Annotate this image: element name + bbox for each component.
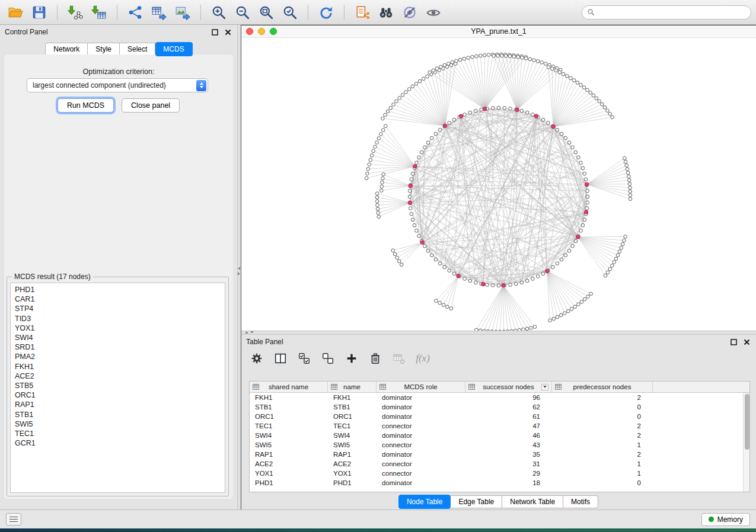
- mcds-result-item[interactable]: RAP1: [11, 400, 225, 409]
- table-cell[interactable]: 1: [552, 470, 653, 477]
- table-cell[interactable]: RAP1: [328, 451, 377, 458]
- mcds-result-item[interactable]: FKH1: [11, 362, 225, 371]
- table-cell[interactable]: 0: [552, 413, 653, 420]
- vertical-splitter[interactable]: [237, 25, 241, 509]
- mcds-result-item[interactable]: STB1: [11, 410, 225, 419]
- search-input[interactable]: [598, 8, 746, 17]
- task-history-button[interactable]: [6, 513, 21, 525]
- close-panel-button[interactable]: [742, 337, 751, 347]
- table-cell[interactable]: 47: [465, 422, 552, 430]
- table-cell[interactable]: YOX1: [250, 470, 328, 477]
- table-cell[interactable]: ACE2: [328, 460, 377, 467]
- close-panel-button-mcds[interactable]: Close panel: [122, 98, 180, 113]
- mcds-result-item[interactable]: ACE2: [11, 371, 225, 381]
- mcds-result-item[interactable]: PHD1: [11, 285, 225, 294]
- table-cell[interactable]: SWI5: [250, 441, 328, 448]
- clone-network-button[interactable]: [352, 2, 373, 23]
- table-cell[interactable]: connector: [377, 422, 465, 430]
- table-row[interactable]: TEC1TEC1connector472: [250, 421, 749, 431]
- column-header-predecessor-nodes[interactable]: predecessor nodes: [552, 382, 653, 392]
- table-cell[interactable]: FKH1: [250, 394, 328, 401]
- toggle-graphics-details-button[interactable]: [399, 2, 420, 23]
- mcds-result-item[interactable]: YOX1: [11, 323, 225, 333]
- table-scrollbar[interactable]: [743, 393, 749, 492]
- close-panel-button[interactable]: [223, 27, 232, 37]
- table-cell[interactable]: TEC1: [250, 422, 328, 430]
- zoom-in-button[interactable]: [208, 2, 229, 23]
- sort-menu-icon[interactable]: [541, 384, 548, 390]
- mcds-result-item[interactable]: ORC1: [11, 390, 225, 400]
- show-columns-button[interactable]: [272, 350, 289, 367]
- export-image-button[interactable]: [172, 2, 193, 23]
- select-all-button[interactable]: [296, 350, 312, 367]
- tab-network[interactable]: Network: [45, 43, 88, 56]
- table-cell[interactable]: RAP1: [250, 451, 328, 458]
- criterion-select[interactable]: largest connected component (undirected): [27, 78, 208, 92]
- mcds-result-item[interactable]: SRD1: [11, 342, 225, 352]
- memory-button[interactable]: Memory: [701, 513, 750, 526]
- table-cell[interactable]: 62: [465, 403, 552, 411]
- tab-mcds[interactable]: MCDS: [155, 42, 192, 56]
- column-header-shared-name[interactable]: shared name: [250, 382, 328, 392]
- table-row[interactable]: ACE2ACE2connector311: [250, 459, 749, 469]
- open-file-button[interactable]: [5, 2, 26, 23]
- table-cell[interactable]: dominator: [377, 432, 465, 439]
- table-row[interactable]: FKH1FKH1dominator962: [250, 393, 749, 402]
- table-cell[interactable]: STB1: [250, 403, 328, 411]
- table-cell[interactable]: 61: [465, 413, 552, 420]
- run-mcds-button[interactable]: Run MCDS: [58, 98, 114, 113]
- zoom-fit-button[interactable]: [256, 2, 277, 23]
- table-cell[interactable]: connector: [377, 441, 465, 448]
- table-cell[interactable]: dominator: [377, 413, 465, 420]
- tab-network-table[interactable]: Network Table: [502, 495, 563, 508]
- add-column-button[interactable]: [343, 350, 360, 367]
- table-cell[interactable]: 29: [465, 470, 552, 477]
- delete-column-button[interactable]: [367, 350, 384, 367]
- table-cell[interactable]: 0: [552, 403, 653, 411]
- mcds-result-item[interactable]: CAR1: [11, 294, 225, 304]
- table-row[interactable]: SWI4SWI4dominator462: [250, 431, 749, 440]
- float-panel-button[interactable]: [729, 337, 738, 347]
- table-cell[interactable]: STB1: [328, 403, 377, 411]
- mcds-result-item[interactable]: SWI5: [11, 419, 225, 429]
- table-cell[interactable]: 35: [465, 451, 552, 458]
- mcds-result-list[interactable]: PHD1CAR1STP4TID3YOX1SWI4SRD1PMA2FKH1ACE2…: [10, 283, 225, 493]
- table-cell[interactable]: 0: [552, 479, 653, 486]
- table-row[interactable]: PHD1PHD1dominator180: [250, 478, 749, 488]
- table-cell[interactable]: dominator: [377, 403, 465, 411]
- table-cell[interactable]: PHD1: [250, 479, 328, 486]
- scrollbar-thumb[interactable]: [745, 394, 749, 450]
- column-header-name[interactable]: name: [328, 382, 377, 392]
- import-table-button[interactable]: [88, 2, 110, 23]
- table-cell[interactable]: YOX1: [328, 470, 377, 477]
- mcds-result-item[interactable]: STB5: [11, 381, 225, 390]
- tab-select[interactable]: Select: [120, 43, 155, 56]
- table-cell[interactable]: 1: [552, 441, 653, 448]
- table-row[interactable]: YOX1YOX1connector291: [250, 469, 749, 478]
- horizontal-splitter[interactable]: [241, 331, 756, 335]
- table-cell[interactable]: SWI4: [328, 432, 377, 439]
- function-builder-button-disabled[interactable]: f(x): [414, 350, 431, 367]
- find-button[interactable]: [375, 2, 397, 23]
- network-canvas-svg[interactable]: [241, 38, 756, 331]
- show-hide-button[interactable]: [423, 2, 444, 23]
- table-cell[interactable]: ORC1: [328, 413, 377, 420]
- refresh-button[interactable]: [315, 2, 337, 23]
- table-cell[interactable]: SWI5: [328, 441, 377, 448]
- table-cell[interactable]: 31: [465, 460, 552, 467]
- zoom-selected-button[interactable]: [279, 2, 301, 23]
- export-network-button[interactable]: [125, 2, 146, 23]
- table-cell[interactable]: 2: [552, 394, 653, 401]
- table-cell[interactable]: 43: [465, 441, 552, 448]
- tab-motifs[interactable]: Motifs: [563, 495, 598, 508]
- tab-edge-table[interactable]: Edge Table: [451, 495, 502, 508]
- table-cell[interactable]: dominator: [377, 394, 465, 401]
- table-row[interactable]: RAP1RAP1dominator352: [250, 450, 749, 459]
- delete-table-button-disabled[interactable]: [391, 350, 407, 367]
- table-cell[interactable]: connector: [377, 470, 465, 477]
- table-cell[interactable]: 46: [465, 432, 552, 439]
- table-cell[interactable]: 2: [552, 422, 653, 430]
- table-row[interactable]: STB1STB1dominator620: [250, 402, 749, 412]
- table-row[interactable]: SWI5SWI5connector431: [250, 440, 749, 450]
- table-settings-button[interactable]: [248, 350, 265, 367]
